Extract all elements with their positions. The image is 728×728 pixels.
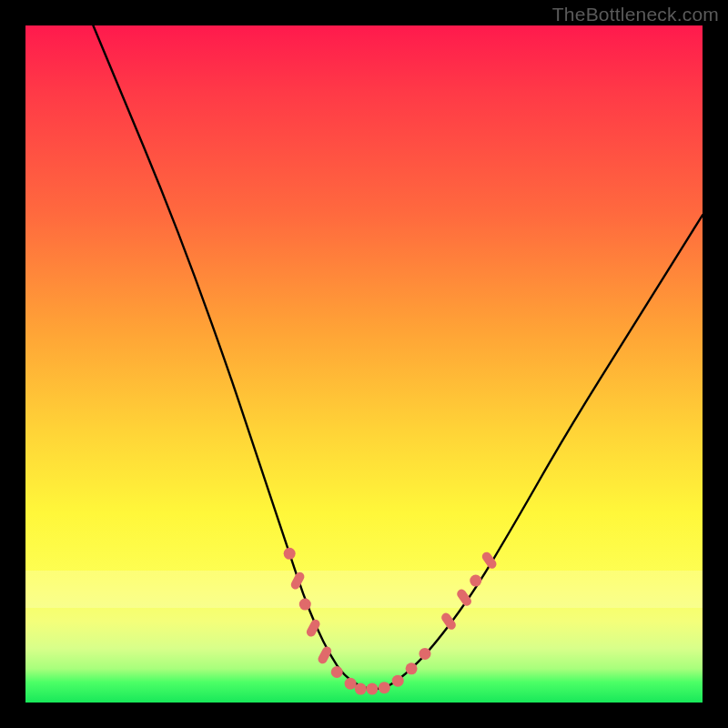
marker xyxy=(455,588,473,608)
marker xyxy=(331,666,343,678)
marker xyxy=(440,612,458,632)
marker xyxy=(355,683,367,695)
marker xyxy=(470,575,481,587)
marker xyxy=(379,682,390,693)
curve-layer xyxy=(25,25,703,703)
marker xyxy=(299,599,311,611)
marker xyxy=(289,571,306,591)
marker xyxy=(345,678,357,690)
marker xyxy=(392,675,404,687)
marker xyxy=(366,683,378,695)
marker xyxy=(406,662,418,674)
marker xyxy=(284,548,296,560)
marker xyxy=(419,648,430,660)
watermark-text: TheBottleneck.com xyxy=(552,4,719,25)
marker xyxy=(305,618,321,638)
plot-area xyxy=(25,25,703,703)
marker xyxy=(480,551,499,571)
highlight-dots xyxy=(284,548,499,695)
bottleneck-curve xyxy=(93,25,703,689)
chart-frame: TheBottleneck.com xyxy=(0,0,728,728)
